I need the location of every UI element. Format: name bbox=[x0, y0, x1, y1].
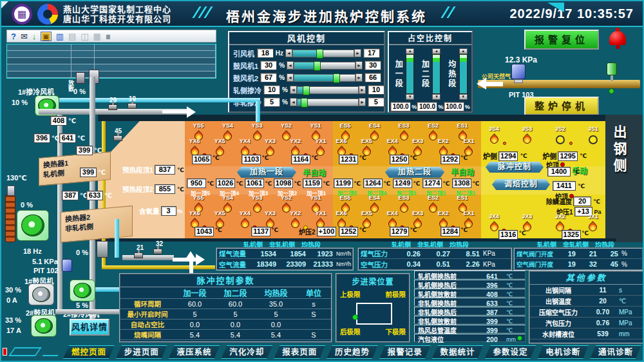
duty-slider[interactable] bbox=[406, 54, 414, 94]
burner[interactable]: YX3 bbox=[263, 211, 278, 228]
toolbar-icon[interactable]: ▣ bbox=[41, 32, 51, 41]
toolbar-icon[interactable]: ▤ bbox=[68, 32, 76, 41]
burner[interactable]: YX1 bbox=[313, 211, 328, 228]
burner[interactable]: ES3 bbox=[396, 123, 412, 140]
duty-up-arrow-icon[interactable]: ▲ bbox=[432, 48, 440, 54]
burner[interactable]: EX5 bbox=[359, 211, 375, 228]
toolbar-icon[interactable]: ∎ bbox=[106, 32, 111, 41]
fan-slider[interactable]: ◄ ► bbox=[285, 49, 361, 57]
duty-up-arrow-icon[interactable]: ▲ bbox=[459, 48, 468, 54]
duty-slider[interactable] bbox=[459, 54, 468, 94]
burner[interactable]: YX4 bbox=[237, 211, 252, 228]
slider-right-arrow-icon[interactable]: ► bbox=[355, 73, 363, 82]
pressure-transmitter-icon[interactable] bbox=[62, 259, 72, 272]
slider-right-arrow-icon[interactable]: ► bbox=[354, 49, 361, 57]
burner[interactable]: JS1 bbox=[585, 126, 601, 144]
adjust-control-button[interactable]: 调焙控制 bbox=[492, 179, 550, 190]
induced-draft-fan-icon[interactable] bbox=[17, 210, 49, 241]
burner[interactable]: ES3 bbox=[396, 195, 412, 213]
toolbar-icon[interactable]: ▦ bbox=[93, 32, 101, 41]
toolbar-icon[interactable]: ✉ bbox=[21, 32, 28, 41]
nav-tab[interactable]: 通讯诊断 bbox=[590, 345, 641, 359]
burner[interactable]: JS3 bbox=[519, 126, 535, 144]
slider-left-arrow-icon[interactable]: ◄ bbox=[290, 86, 297, 94]
slider-right-arrow-icon[interactable]: ► bbox=[359, 86, 366, 94]
slider-thumb[interactable] bbox=[303, 86, 310, 95]
duty-up-arrow-icon[interactable]: ▲ bbox=[406, 48, 414, 54]
burner[interactable]: YX2 bbox=[288, 211, 303, 228]
nav-tab[interactable]: 历史趋势 bbox=[327, 345, 378, 359]
slider-thumb[interactable] bbox=[314, 61, 321, 71]
blower1-icon[interactable] bbox=[28, 283, 54, 305]
burner[interactable]: EX6 bbox=[334, 211, 349, 228]
slider-thumb[interactable] bbox=[333, 73, 340, 83]
burner[interactable]: EX3 bbox=[410, 138, 426, 156]
burner[interactable]: JS2 bbox=[553, 126, 568, 144]
zone1-button[interactable]: 加热一段 bbox=[237, 167, 296, 178]
valve-icon[interactable] bbox=[113, 135, 122, 141]
nav-tab[interactable]: 步进页面 bbox=[116, 345, 167, 359]
fan-slider[interactable]: ◄ ► bbox=[290, 98, 366, 106]
burner[interactable]: JX1 bbox=[585, 214, 601, 231]
toolbar-icon[interactable]: ▥ bbox=[56, 32, 64, 41]
fan-setpoint-value[interactable]: 30 bbox=[260, 61, 277, 70]
slider-thumb[interactable] bbox=[316, 49, 323, 59]
nav-tab[interactable]: 数据统计 bbox=[432, 345, 484, 359]
alarm-list[interactable] bbox=[6, 44, 216, 79]
alarm-bell-icon[interactable] bbox=[609, 31, 626, 45]
burner[interactable]: YX6 bbox=[187, 138, 202, 156]
nav-tab[interactable]: 汽化冷却 bbox=[221, 345, 272, 359]
nav-tab[interactable]: 报表页面 bbox=[274, 345, 325, 359]
fan-setpoint-value[interactable]: 5 bbox=[263, 97, 280, 107]
slider-left-arrow-icon[interactable]: ◄ bbox=[287, 73, 294, 82]
burner[interactable]: YX5 bbox=[212, 138, 227, 156]
burner[interactable]: YX4 bbox=[237, 138, 252, 156]
burner[interactable]: YX1 bbox=[313, 138, 328, 156]
nav-tab[interactable]: 液压系统 bbox=[169, 345, 220, 359]
duty-down-arrow-icon[interactable]: ▼ bbox=[459, 94, 468, 100]
burner[interactable]: JX2 bbox=[553, 214, 568, 231]
zone2-button[interactable]: 加热二段 bbox=[385, 167, 444, 178]
duty-down-arrow-icon[interactable]: ▼ bbox=[406, 94, 414, 100]
burner[interactable]: EX6 bbox=[334, 138, 349, 156]
valve-icon[interactable] bbox=[108, 104, 117, 110]
duty-slider[interactable] bbox=[432, 54, 440, 94]
fan-setpoint-value[interactable]: 67 bbox=[260, 73, 277, 82]
burner[interactable]: JX4 bbox=[486, 214, 502, 231]
slider-left-arrow-icon[interactable]: ◄ bbox=[287, 61, 294, 70]
pulse-control-button[interactable]: 脉冲控制 bbox=[486, 162, 544, 173]
burner[interactable]: YX5 bbox=[212, 211, 227, 228]
burner[interactable]: EX4 bbox=[384, 211, 400, 228]
burner[interactable]: YX6 bbox=[187, 211, 202, 228]
burner[interactable]: EX2 bbox=[435, 211, 451, 228]
burner[interactable]: EX4 bbox=[384, 138, 400, 156]
fan-slider[interactable]: ◄ ► bbox=[287, 61, 363, 70]
slider-left-arrow-icon[interactable]: ◄ bbox=[290, 98, 297, 106]
fan-setpoint-value[interactable]: 18 bbox=[257, 48, 274, 58]
fan2-icon[interactable] bbox=[70, 280, 95, 301]
valve-icon[interactable] bbox=[153, 249, 162, 254]
slider-right-arrow-icon[interactable]: ► bbox=[355, 61, 363, 70]
burner[interactable]: EX1 bbox=[461, 138, 477, 156]
fan-slider[interactable]: ◄ ► bbox=[287, 73, 363, 82]
valve-icon[interactable] bbox=[134, 252, 143, 258]
nav-tab[interactable]: 报警记录 bbox=[379, 345, 431, 359]
fan-setpoint-value[interactable]: 10 bbox=[263, 85, 280, 95]
toolbar-icon[interactable]: ? bbox=[11, 32, 16, 41]
burner[interactable]: YS3 bbox=[249, 123, 265, 140]
furnace-stop-button[interactable]: 整炉停机 bbox=[524, 97, 599, 115]
valve-icon[interactable] bbox=[128, 103, 137, 109]
burner[interactable]: YX2 bbox=[288, 138, 303, 156]
fan-detail-button[interactable]: 风机详情 bbox=[70, 319, 109, 336]
blower2-icon[interactable] bbox=[31, 315, 57, 337]
slider-thumb[interactable] bbox=[301, 98, 308, 108]
burner[interactable]: JS4 bbox=[486, 126, 502, 144]
slider-left-arrow-icon[interactable]: ◄ bbox=[285, 49, 292, 57]
gas-valve-icon[interactable] bbox=[607, 62, 617, 75]
nav-tab[interactable]: 燃控页面 bbox=[63, 345, 115, 359]
fan-slider[interactable]: ◄ ► bbox=[290, 86, 366, 94]
burner[interactable]: YS3 bbox=[249, 195, 265, 213]
burner[interactable]: YX3 bbox=[263, 138, 278, 156]
slider-right-arrow-icon[interactable]: ► bbox=[359, 98, 366, 106]
nav-tab[interactable]: 参数设定 bbox=[485, 345, 536, 359]
